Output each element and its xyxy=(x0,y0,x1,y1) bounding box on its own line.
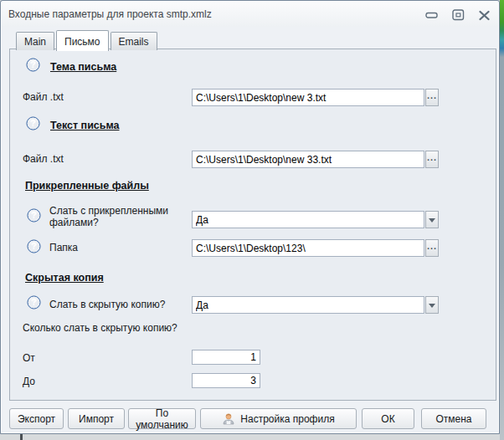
folder-label: Папка xyxy=(49,242,78,253)
file-txt-label: Файл .txt xyxy=(23,91,64,103)
folder-input[interactable] xyxy=(192,239,424,257)
dropdown-button[interactable] xyxy=(425,211,439,228)
tab-main[interactable]: Main xyxy=(16,32,54,50)
ok-button[interactable]: ОК xyxy=(362,408,414,429)
ellipsis-icon: ... xyxy=(427,243,437,249)
send-bcc-select[interactable] xyxy=(192,296,424,314)
to-input[interactable] xyxy=(192,373,260,388)
body-file-input[interactable] xyxy=(192,151,424,168)
tab-pismo[interactable]: Письмо xyxy=(56,30,109,51)
section-header-tekst: Текст письма xyxy=(50,120,120,131)
bcc-count-label: Сколько слать в скрытую копию? xyxy=(23,322,177,334)
cancel-button[interactable]: Отмена xyxy=(421,408,486,429)
ellipsis-icon: ... xyxy=(427,92,437,99)
tab-bar: Main Письмо Emails xyxy=(16,28,159,49)
tab-content-panel: Тема письма Файл .txt ... Текст письма Ф… xyxy=(9,49,496,401)
minimize-icon xyxy=(425,12,439,19)
profile-settings-label: Настройка профиля xyxy=(240,413,334,425)
dialog-window: Входные параметры для проекта smtp.xmlz xyxy=(0,0,500,434)
profile-settings-button[interactable]: Настройка профиля xyxy=(200,408,357,429)
section-header-bcc: Скрытая копия xyxy=(25,272,104,284)
help-icon[interactable] xyxy=(27,208,41,223)
minimize-button[interactable] xyxy=(424,8,440,22)
subject-file-input[interactable] xyxy=(192,89,424,106)
help-icon[interactable] xyxy=(27,239,41,253)
from-label: От xyxy=(23,352,35,364)
desktop-background-mark xyxy=(20,434,23,440)
help-icon[interactable] xyxy=(26,58,40,72)
profile-person-icon xyxy=(222,412,235,426)
browse-button[interactable]: ... xyxy=(425,151,439,168)
import-button[interactable]: Импорт xyxy=(68,408,125,429)
file-txt-label: Файл .txt xyxy=(23,153,64,165)
section-header-tema: Тема письма xyxy=(50,61,116,73)
help-icon[interactable] xyxy=(26,116,40,130)
window-title: Входные параметры для проекта smtp.xmlz xyxy=(8,8,212,20)
from-input[interactable] xyxy=(192,350,260,365)
chevron-down-icon xyxy=(429,218,435,223)
help-icon[interactable] xyxy=(27,295,41,310)
close-button[interactable] xyxy=(476,8,491,22)
export-button[interactable]: Экспорт xyxy=(9,408,64,429)
tab-emails[interactable]: Emails xyxy=(111,32,157,50)
chevron-down-icon xyxy=(429,304,435,308)
send-attachments-select[interactable] xyxy=(192,211,424,228)
desktop-background-strip xyxy=(0,434,500,440)
defaults-button[interactable]: По умолчанию xyxy=(128,408,196,429)
desktop-background-strip xyxy=(500,0,504,440)
dropdown-button[interactable] xyxy=(425,296,439,314)
restore-icon xyxy=(452,9,465,21)
browse-button[interactable]: ... xyxy=(425,89,439,106)
send-bcc-label: Слать в скрытую копию? xyxy=(49,299,165,310)
ellipsis-icon: ... xyxy=(427,154,437,161)
title-bar: Входные параметры для проекта smtp.xmlz xyxy=(2,2,498,27)
restore-button[interactable] xyxy=(450,8,465,22)
to-label: До xyxy=(23,376,35,387)
browse-button[interactable]: ... xyxy=(425,239,439,257)
close-icon xyxy=(478,10,491,21)
section-header-attachments: Прикрепленные файлы xyxy=(25,180,149,192)
send-attachments-label: Слать с прикрепленными файлами? xyxy=(49,205,192,228)
